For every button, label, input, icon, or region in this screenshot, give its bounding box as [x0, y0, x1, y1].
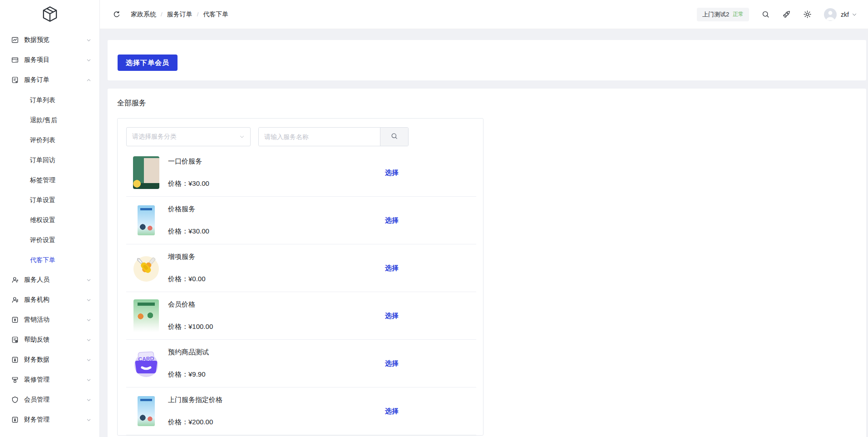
breadcrumb-separator: / — [161, 11, 163, 18]
service-thumbnail: CARD — [130, 349, 162, 378]
select-member-button[interactable]: 选择下单会员 — [118, 55, 178, 71]
chevron-up-icon — [86, 78, 91, 83]
all-services-card: 全部服务 请选择服务分类 — [108, 89, 866, 437]
select-service-link[interactable]: 选择 — [385, 169, 399, 177]
service-thumbnail — [130, 156, 162, 189]
service-row: CARD 预约商品测试 价格：¥9.90 选择 — [126, 340, 476, 387]
chevron-down-icon — [86, 397, 91, 402]
service-name-input[interactable] — [259, 128, 380, 146]
sidebar-subitem-review-list[interactable]: 评价列表 — [0, 130, 99, 150]
sidebar-subitem-refund-aftersale[interactable]: 退款/售后 — [0, 110, 99, 130]
workspace-badge[interactable]: 上门测试2 正常 — [697, 8, 749, 21]
sidebar-subitem-order-settings[interactable]: 订单设置 — [0, 190, 99, 210]
sidebar-item-marketing[interactable]: 营销活动 — [0, 310, 99, 330]
app-logo[interactable] — [0, 0, 99, 30]
chevron-down-icon — [239, 134, 245, 139]
member-select-card: 选择下单会员 — [108, 40, 866, 80]
order-document-icon — [11, 76, 19, 84]
sidebar-item-finance-data[interactable]: 财务数据 — [0, 350, 99, 370]
service-image-green-promo — [133, 156, 159, 189]
search-icon — [390, 132, 398, 141]
price-label: 价格： — [168, 275, 188, 283]
service-name: 会员价格 — [168, 300, 213, 309]
refresh-icon[interactable] — [113, 10, 121, 19]
sidebar-item-service-staff[interactable]: 服务人员 — [0, 270, 99, 290]
service-image-tools — [132, 253, 161, 283]
sidebar-subitem-tag-management[interactable]: 标签管理 — [0, 170, 99, 190]
select-service-link[interactable]: 选择 — [385, 407, 399, 416]
chevron-down-icon — [86, 417, 91, 422]
service-category-select[interactable]: 请选择服务分类 — [126, 127, 251, 146]
workspace-name: 上门测试2 — [702, 10, 729, 19]
service-price: 价格：¥100.00 — [168, 323, 213, 331]
service-image-purple-card: CARD — [132, 349, 161, 378]
sidebar-item-label: 服务机构 — [24, 296, 86, 304]
sidebar-item-label: 财务数据 — [24, 356, 86, 364]
person-icon — [11, 276, 19, 284]
chevron-down-icon — [86, 298, 91, 303]
sidebar-item-decoration[interactable]: 装修管理 — [0, 370, 99, 390]
sidebar-item-data-overview[interactable]: 数据预览 — [0, 30, 99, 50]
breadcrumb-item-system[interactable]: 家政系统 — [131, 10, 156, 19]
select-service-link[interactable]: 选择 — [385, 216, 399, 225]
cube-box-icon — [41, 5, 59, 25]
sidebar-item-member-management[interactable]: 会员管理 — [0, 390, 99, 410]
card-panel-icon — [11, 56, 19, 64]
sidebar: 数据预览 服务项目 服务订单 — [0, 0, 100, 437]
service-thumbnail — [130, 299, 162, 332]
select-service-link[interactable]: 选择 — [385, 359, 399, 368]
service-row: 一口价服务 价格：¥30.00 选择 — [126, 149, 476, 197]
price-label: 价格： — [168, 323, 188, 330]
chevron-down-icon[interactable] — [852, 12, 857, 17]
sidebar-subitem-proxy-order[interactable]: 代客下单 — [0, 250, 99, 270]
sidebar-item-finance-management[interactable]: 财务管理 — [0, 410, 99, 430]
service-row: 价格服务 价格：¥30.00 选择 — [126, 197, 476, 244]
service-info: 上门服务指定价格 价格：¥200.00 — [168, 394, 222, 428]
sidebar-item-service-orders[interactable]: 服务订单 — [0, 70, 99, 90]
service-info: 一口价服务 价格：¥30.00 — [168, 156, 209, 189]
search-button[interactable] — [380, 128, 408, 146]
service-info: 价格服务 价格：¥30.00 — [168, 204, 209, 237]
header-right-tools: 上门测试2 正常 zkf — [697, 8, 857, 21]
gear-icon[interactable] — [803, 10, 812, 19]
sidebar-item-label: 会员管理 — [24, 396, 86, 404]
finance-yen-icon — [11, 416, 19, 424]
avatar[interactable] — [824, 8, 837, 21]
sidebar-item-service-organizations[interactable]: 服务机构 — [0, 290, 99, 310]
service-image-blue-promo — [138, 396, 155, 426]
service-filter-row: 请选择服务分类 — [126, 127, 476, 146]
price-value: ¥9.90 — [188, 370, 206, 378]
username[interactable]: zkf — [841, 11, 849, 18]
member-badge-icon — [11, 396, 19, 404]
price-value: ¥200.00 — [188, 418, 213, 426]
service-row: 上门服务指定价格 价格：¥200.00 选择 — [126, 387, 476, 435]
breadcrumb-separator: / — [197, 11, 199, 18]
chevron-down-icon — [86, 358, 91, 363]
sidebar-item-help-feedback[interactable]: 帮助反馈 — [0, 330, 99, 350]
service-thumbnail — [130, 253, 162, 283]
breadcrumb: 家政系统 / 服务订单 / 代客下单 — [131, 10, 228, 19]
price-label: 价格： — [168, 370, 188, 378]
breadcrumb-item-service-orders[interactable]: 服务订单 — [167, 10, 192, 19]
sidebar-subitem-order-followup[interactable]: 订单回访 — [0, 150, 99, 170]
search-icon[interactable] — [761, 10, 770, 19]
organization-person-icon — [11, 296, 19, 304]
service-row: 增项服务 价格：¥0.00 选择 — [126, 244, 476, 292]
sidebar-subitem-rights-settings[interactable]: 维权设置 — [0, 210, 99, 230]
price-label: 价格： — [168, 179, 188, 187]
chevron-down-icon — [86, 338, 91, 343]
sidebar-item-service-projects[interactable]: 服务项目 — [0, 50, 99, 70]
service-info: 预约商品测试 价格：¥9.90 — [168, 347, 209, 380]
select-service-link[interactable]: 选择 — [385, 264, 399, 273]
select-service-link[interactable]: 选择 — [385, 312, 399, 320]
section-title: 全部服务 — [117, 99, 857, 108]
price-value: ¥30.00 — [188, 227, 209, 235]
sidebar-submenu-service-orders: 订单列表 退款/售后 评价列表 订单回访 标签管理 订单设置 维权设置 评价设置… — [0, 90, 99, 270]
rocket-icon[interactable] — [782, 10, 791, 19]
service-list-panel: 请选择服务分类 — [117, 118, 483, 436]
sidebar-subitem-order-list[interactable]: 订单列表 — [0, 90, 99, 110]
price-value: ¥30.00 — [188, 179, 209, 187]
sidebar-subitem-review-settings[interactable]: 评价设置 — [0, 230, 99, 250]
chevron-down-icon — [86, 58, 91, 63]
sidebar-item-label: 帮助反馈 — [24, 336, 86, 344]
